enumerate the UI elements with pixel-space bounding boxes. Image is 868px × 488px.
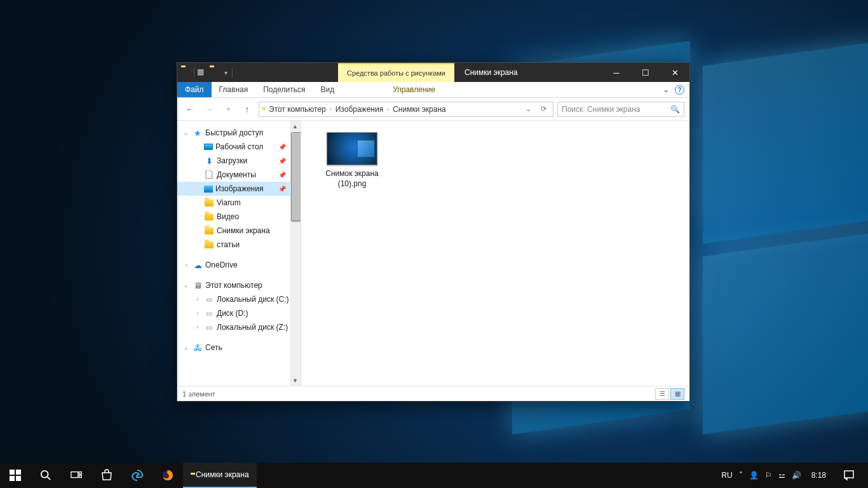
tree-viarum[interactable]: Viarum [177, 196, 290, 210]
svg-rect-1 [16, 470, 21, 475]
start-button[interactable] [0, 463, 31, 488]
tree-onedrive[interactable]: › ☁ OneDrive [177, 258, 290, 272]
task-view-button[interactable] [61, 463, 92, 488]
desktop: ▦ ▾ Средства работы с рисунками Снимки э… [0, 0, 868, 488]
search-placeholder: Поиск: Снимки экрана [562, 105, 670, 114]
tray-people-icon[interactable]: 👤 [749, 471, 759, 480]
tab-home[interactable]: Главная [212, 82, 256, 97]
svg-rect-10 [844, 471, 853, 478]
scroll-up-icon[interactable]: ▲ [290, 121, 301, 132]
breadcrumb-this-pc[interactable]: Этот компьютер [266, 105, 329, 114]
tree-video[interactable]: Видео [177, 210, 290, 224]
navigation-pane: ⌄ ★ Быстрый доступ Рабочий стол 📌 ⬇ Загр… [177, 121, 301, 386]
search-input[interactable]: Поиск: Снимки экрана 🔍 [557, 102, 684, 117]
folder-icon[interactable] [210, 67, 220, 78]
scroll-thumb[interactable] [291, 132, 301, 221]
expand-icon[interactable]: › [194, 324, 201, 330]
ribbon-tabs: Файл Главная Поделиться Вид Управление ⌄… [177, 82, 689, 98]
tree-pictures[interactable]: Изображения 📌 [177, 182, 290, 196]
nav-up-button[interactable]: ↑ [240, 102, 255, 117]
edge-button[interactable] [122, 463, 153, 488]
nav-forward-button[interactable]: → [201, 102, 217, 117]
tab-view[interactable]: Вид [313, 82, 342, 97]
drive-icon: ▭ [204, 308, 214, 318]
tree-disk-c[interactable]: › ▭ Локальный диск (C:) [177, 292, 290, 306]
collapse-icon[interactable]: ⌄ [182, 282, 190, 288]
address-bar-row: ← → ▾ ↑ › Этот компьютер › Изображения ›… [177, 98, 689, 121]
firefox-button[interactable] [153, 463, 183, 488]
chevron-right-icon[interactable]: › [330, 106, 332, 112]
tray-security-icon[interactable]: ⚐ [765, 471, 772, 480]
nav-back-button[interactable]: ← [182, 102, 198, 117]
close-button[interactable]: ✕ [660, 63, 689, 82]
system-tray: RU ˄ 👤 ⚐ ⚍ 🔊 8:18 [715, 463, 868, 488]
pin-icon: 📌 [278, 144, 290, 151]
scroll-down-icon[interactable]: ▼ [290, 375, 301, 386]
file-name-line1: Снимок экрана [325, 169, 379, 178]
folder-icon [204, 212, 214, 222]
pin-icon: 📌 [278, 172, 290, 179]
maximize-button[interactable]: ☐ [631, 63, 660, 82]
taskbar: Снимки экрана RU ˄ 👤 ⚐ ⚍ 🔊 8:18 [0, 463, 868, 488]
content-area[interactable]: Снимок экрана(10).png [301, 121, 689, 386]
tab-share[interactable]: Поделиться [255, 82, 313, 97]
taskbar-app-explorer[interactable]: Снимки экрана [183, 463, 257, 488]
tree-screenshots[interactable]: Снимки экрана [177, 224, 290, 238]
tree-quick-access[interactable]: ⌄ ★ Быстрый доступ [177, 126, 290, 140]
properties-icon[interactable]: ▦ [197, 67, 207, 78]
collapse-icon[interactable]: ⌄ [182, 130, 190, 136]
tray-lang[interactable]: RU [721, 471, 732, 480]
ribbon-context-label: Средства работы с рисунками [338, 63, 454, 82]
expand-icon[interactable]: › [194, 310, 201, 316]
tray-clock[interactable]: 8:18 [808, 471, 830, 480]
minimize-button[interactable]: ─ [602, 63, 631, 82]
tree-disk-z[interactable]: › ▭ Локальный диск (Z:) [177, 320, 290, 334]
drive-icon: ▭ [204, 294, 214, 304]
address-dropdown-icon[interactable]: ⌄ [521, 105, 535, 113]
file-item[interactable]: Снимок экрана(10).png [320, 132, 384, 189]
address-bar[interactable]: › Этот компьютер › Изображения › Снимки … [259, 102, 553, 117]
drive-icon: ▭ [204, 322, 214, 332]
breadcrumb-screenshots[interactable]: Снимки экрана [390, 105, 449, 114]
tree-this-pc[interactable]: ⌄ 🖥 Этот компьютер [177, 278, 290, 292]
tab-manage[interactable]: Управление [385, 82, 443, 97]
tray-wifi-icon[interactable]: ⚍ [778, 471, 785, 480]
tree-downloads[interactable]: ⬇ Загрузки 📌 [177, 154, 290, 168]
chevron-right-icon[interactable]: › [387, 106, 389, 112]
quick-access-toolbar: ▦ ▾ [177, 63, 236, 82]
cloud-icon: ☁ [193, 260, 203, 270]
navpane-scrollbar[interactable]: ▲ ▼ [290, 121, 301, 386]
breadcrumb-pictures[interactable]: Изображения [333, 105, 386, 114]
help-icon[interactable]: ? [675, 85, 684, 95]
star-icon: ★ [193, 128, 203, 138]
tree-articles[interactable]: статьи [177, 238, 290, 252]
tree-documents[interactable]: Документы 📌 [177, 168, 290, 182]
view-icons-button[interactable]: ▦ [670, 388, 684, 400]
tray-chevron-up-icon[interactable]: ˄ [739, 471, 743, 480]
ribbon-expand-icon[interactable]: ⌄ [657, 82, 675, 97]
titlebar[interactable]: ▦ ▾ Средства работы с рисунками Снимки э… [177, 63, 689, 82]
expand-icon[interactable]: › [182, 262, 190, 268]
store-button[interactable] [92, 463, 122, 488]
search-icon: 🔍 [670, 105, 680, 114]
view-details-button[interactable]: ☰ [655, 388, 669, 400]
tree-network[interactable]: ⌄ 🖧 Сеть [177, 341, 290, 355]
svg-rect-2 [10, 476, 15, 481]
taskbar-app-label: Снимки экрана [196, 470, 249, 479]
tree-desktop[interactable]: Рабочий стол 📌 [177, 140, 290, 154]
tab-file[interactable]: Файл [177, 82, 212, 97]
tree-disk-d[interactable]: › ▭ Диск (D:) [177, 306, 290, 320]
qat-dropdown-icon[interactable]: ▾ [222, 69, 229, 76]
action-center-icon[interactable] [836, 470, 862, 481]
svg-rect-3 [16, 476, 21, 481]
svg-rect-0 [10, 470, 15, 475]
file-name-line2: (10).png [338, 179, 367, 188]
expand-icon[interactable]: › [194, 296, 201, 302]
status-bar: 1 элемент ☰ ▦ [177, 386, 689, 401]
collapse-icon[interactable]: ⌄ [182, 344, 190, 351]
file-thumbnail [327, 132, 377, 165]
refresh-icon[interactable]: ⟳ [536, 105, 550, 113]
search-button[interactable] [31, 463, 61, 488]
tray-volume-icon[interactable]: 🔊 [792, 471, 801, 480]
nav-recent-dropdown[interactable]: ▾ [220, 102, 236, 117]
